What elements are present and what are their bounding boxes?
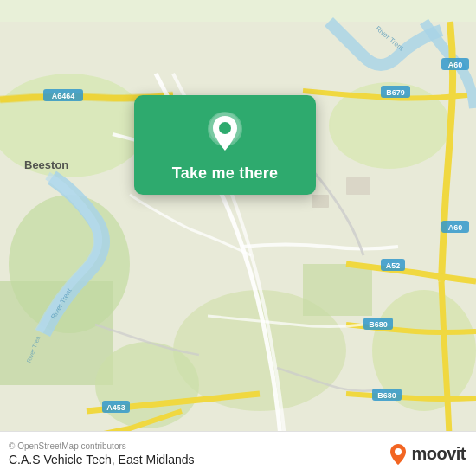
svg-rect-7 — [303, 264, 372, 316]
bottom-bar: © OpenStreetMap contributors C.A.S Vehic… — [0, 431, 476, 476]
svg-rect-34 — [346, 177, 370, 195]
svg-text:B680: B680 — [369, 320, 388, 329]
attribution: © OpenStreetMap contributors — [9, 441, 195, 451]
svg-text:A453: A453 — [106, 403, 125, 412]
take-me-card[interactable]: Take me there — [134, 95, 316, 195]
location-pin-icon — [203, 111, 248, 156]
bottom-left: © OpenStreetMap contributors C.A.S Vehic… — [9, 441, 195, 466]
svg-point-38 — [395, 448, 402, 455]
svg-rect-33 — [312, 195, 329, 208]
svg-text:B680: B680 — [377, 391, 396, 400]
moovit-logo: moovit — [389, 442, 466, 466]
svg-text:A6464: A6464 — [52, 92, 75, 100]
map-container: River Trent River Trea River Trent — [0, 0, 476, 476]
svg-point-37 — [219, 122, 231, 134]
take-me-label: Take me there — [172, 164, 278, 183]
svg-text:A60: A60 — [448, 223, 463, 232]
map-background: River Trent River Trea River Trent — [0, 0, 476, 476]
location-name: C.A.S Vehicle Tech, East Midlands — [9, 453, 195, 466]
svg-text:A52: A52 — [386, 261, 401, 270]
svg-text:B679: B679 — [386, 88, 405, 97]
svg-text:Beeston: Beeston — [24, 158, 68, 171]
svg-point-8 — [95, 342, 199, 428]
moovit-text: moovit — [411, 444, 466, 464]
moovit-pin-icon — [389, 442, 408, 466]
svg-text:A60: A60 — [448, 61, 463, 69]
